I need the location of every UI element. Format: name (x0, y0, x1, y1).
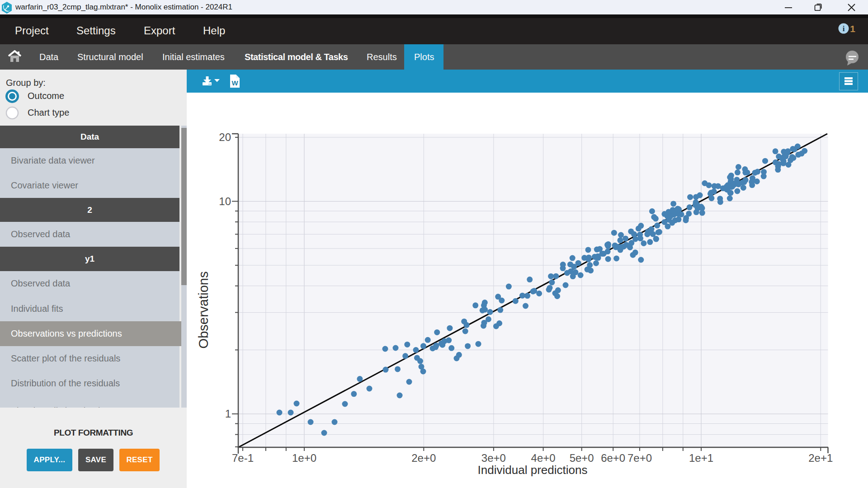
svg-text:Individual predictions: Individual predictions (478, 463, 588, 477)
svg-text:3e+0: 3e+0 (481, 452, 506, 464)
svg-text:2e+1: 2e+1 (808, 452, 833, 464)
svg-text:1e+1: 1e+1 (689, 452, 713, 464)
svg-text:i: i (843, 24, 845, 33)
svg-text:7e+0: 7e+0 (627, 452, 652, 464)
svg-text:1: 1 (850, 23, 855, 34)
svg-text:10: 10 (219, 195, 231, 207)
svg-text:1e+0: 1e+0 (292, 452, 316, 464)
svg-text:4e+0: 4e+0 (531, 452, 556, 464)
svg-text:6e+0: 6e+0 (601, 452, 625, 464)
svg-text:2e+0: 2e+0 (411, 452, 436, 464)
svg-text:W: W (231, 79, 238, 87)
svg-text:20: 20 (219, 131, 231, 143)
svg-text:1: 1 (225, 408, 231, 420)
svg-text:5e+0: 5e+0 (570, 452, 594, 464)
svg-text:7e-1: 7e-1 (232, 452, 254, 464)
svg-text:Observations: Observations (196, 272, 211, 349)
